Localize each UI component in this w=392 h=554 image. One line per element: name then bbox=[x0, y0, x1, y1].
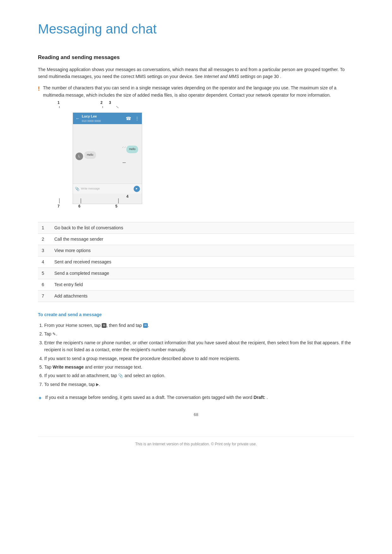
table-row: 6Text entry field bbox=[38, 279, 354, 290]
contact-number: 010 0000 0000 bbox=[82, 119, 124, 123]
table-row: 7Add attachments bbox=[38, 290, 354, 302]
callout-4: 4 bbox=[126, 194, 129, 199]
phone-body: Hello ✓✓ L Hello 📎 Write message ► bbox=[73, 124, 142, 194]
sent-message: Hello bbox=[126, 146, 138, 153]
tip-block: ✦ If you exit a message before sending, … bbox=[38, 394, 354, 402]
table-row-description: View more options bbox=[51, 245, 354, 256]
table-row: 4Sent and received messages bbox=[38, 256, 354, 268]
warning-text: The number of characters that you can se… bbox=[43, 84, 354, 99]
apps-grid-icon: ⊞ bbox=[102, 323, 106, 328]
phone-footer: 📎 Write message ► bbox=[73, 184, 142, 194]
table-row-number: 4 bbox=[38, 256, 51, 268]
page-number: 68 bbox=[38, 412, 354, 418]
phone-header: ← Lucy Lee 010 0000 0000 ☎ ⋮ bbox=[73, 113, 142, 124]
procedure-step: Tap Write message and enter your message… bbox=[44, 364, 354, 370]
table-row: 1Go back to the list of conversations bbox=[38, 222, 354, 233]
page-footer: This is an Internet version of this publ… bbox=[38, 437, 354, 447]
edit-icon: ✎ bbox=[52, 332, 56, 336]
svg-line-2 bbox=[111, 106, 118, 108]
procedure-step: To send the message, tap . bbox=[44, 381, 354, 388]
callout-5: 5 bbox=[115, 203, 118, 209]
write-placeholder: Write message bbox=[81, 187, 132, 191]
tip-icon: ✦ bbox=[38, 394, 42, 402]
warning-icon: ! bbox=[38, 85, 40, 93]
callout-6: 6 bbox=[78, 203, 81, 209]
procedure-step: Enter the recipient's name or phone numb… bbox=[44, 339, 354, 353]
table-row-number: 2 bbox=[38, 233, 51, 245]
procedure-step: If you want to send a group message, rep… bbox=[44, 355, 354, 362]
avatar: L bbox=[75, 153, 83, 160]
footer-text: This is an Internet version of this publ… bbox=[135, 442, 257, 446]
screenshot-container: 1 2 3 ← Lucy Lee 010 0000 0000 ☎ ⋮ H bbox=[38, 106, 354, 213]
table-row-description: Text entry field bbox=[51, 279, 354, 290]
send-icon bbox=[96, 383, 99, 386]
send-button-phone[interactable]: ► bbox=[134, 186, 140, 192]
callout-2: 2 bbox=[100, 100, 103, 105]
table-row: 5Send a completed message bbox=[38, 268, 354, 279]
table-row-description: Go back to the list of conversations bbox=[51, 222, 354, 233]
page-title: Messaging and chat bbox=[38, 19, 354, 42]
procedure-step: If you want to add an attachment, tap 📎 … bbox=[44, 372, 354, 379]
messaging-icon: ✉ bbox=[143, 323, 148, 328]
items-table: 1Go back to the list of conversations2Ca… bbox=[38, 222, 354, 302]
table-row: 2Call the message sender bbox=[38, 233, 354, 245]
table-row-description: Sent and received messages bbox=[51, 256, 354, 268]
section-heading: Reading and sending messages bbox=[38, 53, 354, 62]
table-row-description: Add attachments bbox=[51, 290, 354, 302]
procedure-heading: To create and send a message bbox=[38, 311, 354, 318]
table-row: 3View more options bbox=[38, 245, 354, 256]
warning-block: ! The number of characters that you can … bbox=[38, 84, 354, 99]
table-row-number: 5 bbox=[38, 268, 51, 279]
table-row-number: 1 bbox=[38, 222, 51, 233]
intro-paragraph: The Messaging application shows your mes… bbox=[38, 66, 354, 80]
received-message: Hello bbox=[84, 151, 96, 159]
table-row-number: 3 bbox=[38, 245, 51, 256]
table-row-description: Send a completed message bbox=[51, 268, 354, 279]
procedure-step: From your Home screen, tap ⊞, then find … bbox=[44, 322, 354, 329]
tip-text: If you exit a message before sending, it… bbox=[45, 394, 268, 401]
callout-1: 1 bbox=[57, 100, 60, 105]
table-row-number: 6 bbox=[38, 279, 51, 290]
contact-name: Lucy Lee bbox=[82, 114, 124, 119]
procedure-steps: From your Home screen, tap ⊞, then find … bbox=[44, 322, 354, 388]
table-row-description: Call the message sender bbox=[51, 233, 354, 245]
phone-screenshot: ← Lucy Lee 010 0000 0000 ☎ ⋮ Hello ✓✓ bbox=[73, 112, 142, 204]
attach-icon: 📎 bbox=[118, 373, 123, 378]
table-row-number: 7 bbox=[38, 290, 51, 302]
procedure-step: Tap ✎. bbox=[44, 330, 354, 338]
callout-3: 3 bbox=[109, 100, 111, 105]
callout-7: 7 bbox=[57, 203, 60, 209]
